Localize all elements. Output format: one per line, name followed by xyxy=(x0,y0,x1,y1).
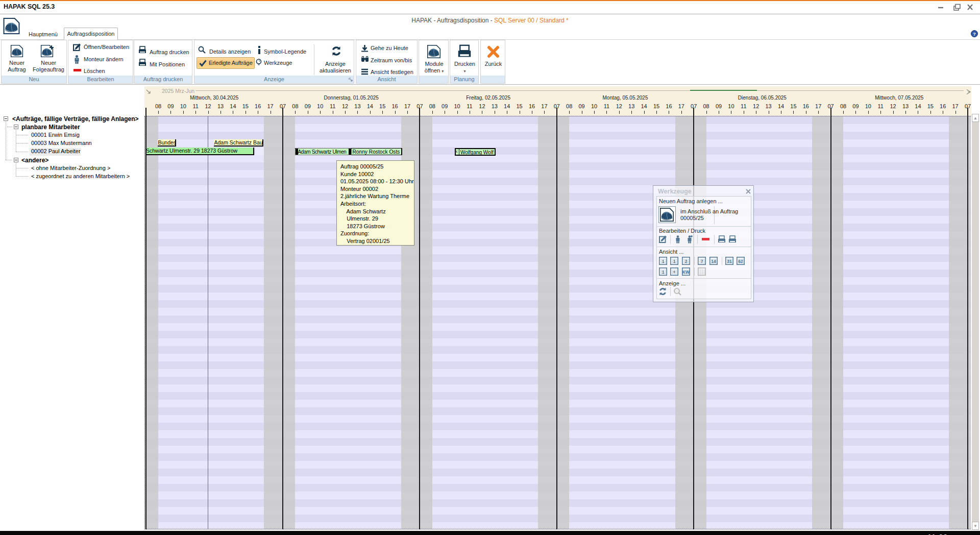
svg-text:62: 62 xyxy=(738,259,743,264)
svg-text:7: 7 xyxy=(701,259,703,264)
svg-text:1: 1 xyxy=(662,270,665,275)
svg-text:KW: KW xyxy=(682,270,690,275)
svg-text:14: 14 xyxy=(711,259,716,264)
svg-text:1: 1 xyxy=(673,259,676,264)
svg-text:+: + xyxy=(673,270,676,275)
svg-text:31: 31 xyxy=(727,259,732,264)
svg-text:?: ? xyxy=(973,31,976,37)
svg-text:1: 1 xyxy=(662,259,665,264)
svg-text:2: 2 xyxy=(685,259,688,264)
